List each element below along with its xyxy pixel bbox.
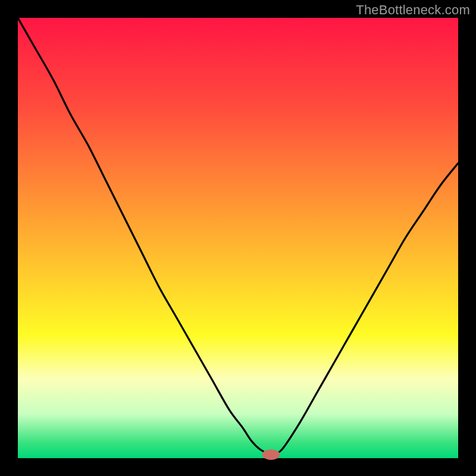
optimal-point-marker	[262, 449, 280, 460]
gradient-background	[18, 18, 458, 458]
bottleneck-chart	[0, 0, 476, 476]
watermark-text: TheBottleneck.com	[356, 2, 470, 18]
chart-frame: TheBottleneck.com	[0, 0, 476, 476]
